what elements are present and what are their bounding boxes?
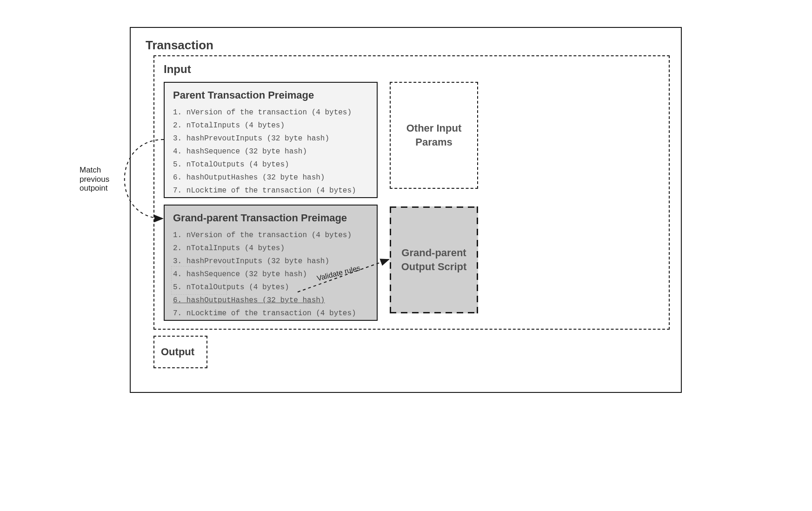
grandparent-preimage-box: Grand-parent Transaction Preimage 1. nVe… [164, 205, 378, 321]
grandparent-preimage-item: 1. nVersion of the transaction (4 bytes) [173, 229, 368, 242]
other-input-params-box: Other Input Params [390, 82, 478, 189]
parent-preimage-item: 6. hashOutputHashes (32 byte hash) [173, 171, 368, 184]
grandparent-preimage-item: 7. nLocktime of the transaction (4 bytes… [173, 307, 368, 320]
parent-preimage-item: 3. hashPrevoutInputs (32 byte hash) [173, 132, 368, 145]
parent-preimage-item: 7. nLocktime of the transaction (4 bytes… [173, 184, 368, 197]
input-title: Input [164, 63, 191, 76]
parent-preimage-title: Parent Transaction Preimage [173, 89, 368, 101]
hashoutput-highlight [171, 266, 227, 295]
output-box: Output [153, 336, 207, 368]
parent-preimage-box: Parent Transaction Preimage 1. nVersion … [164, 82, 378, 198]
output-title: Output [161, 346, 194, 358]
grandparent-output-script-box: Grand-parent Output Script [390, 206, 478, 313]
transaction-title: Transaction [146, 38, 213, 53]
parent-preimage-item: 1. nVersion of the transaction (4 bytes) [173, 106, 368, 119]
grandparent-preimage-item: 2. nTotalInputs (4 bytes) [173, 242, 368, 255]
parent-preimage-item: 4. hashSequence (32 byte hash) [173, 145, 368, 158]
match-outpoint-annotation: Match previous outpoint [80, 166, 109, 193]
parent-preimage-item: 2. nTotalInputs (4 bytes) [173, 119, 368, 132]
grandparent-preimage-item-hashoutputhashes: 6. hashOutputHashes (32 byte hash) [173, 294, 368, 307]
grandparent-preimage-title: Grand-parent Transaction Preimage [173, 212, 368, 224]
parent-preimage-item: 5. nTotalOutputs (4 bytes) [173, 158, 368, 171]
diagram-canvas: Transaction Input Parent Transaction Pre… [0, 0, 812, 511]
